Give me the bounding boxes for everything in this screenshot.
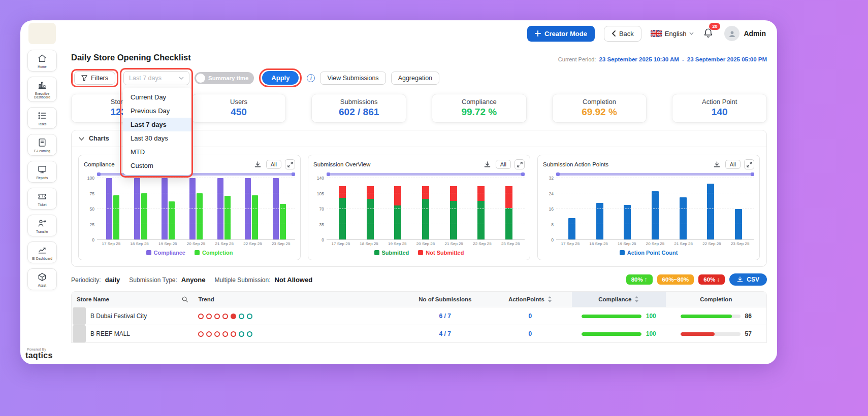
search-icon[interactable]: [182, 296, 188, 302]
info-icon[interactable]: i: [307, 74, 315, 82]
dropdown-option-current-day[interactable]: Current Day: [123, 90, 192, 104]
sidebar-item-reports[interactable]: Reports: [27, 161, 57, 183]
bar-segment-submitted: [394, 205, 401, 239]
trend-dot[interactable]: [239, 314, 244, 319]
store-thumbnail: [73, 307, 86, 325]
bar-segment-not-submitted: [367, 186, 374, 199]
creator-mode-button[interactable]: Creator Mode: [527, 26, 595, 42]
table-row[interactable]: B Dubai Festival City6 / 7010086: [72, 307, 766, 325]
trend-dot[interactable]: [214, 314, 220, 319]
csv-download-button[interactable]: CSV: [729, 273, 767, 286]
column-header-completion: Completion: [666, 292, 766, 307]
legend-swatch: [195, 250, 200, 255]
legend-item-action-point-count[interactable]: Action Point Count: [620, 250, 678, 256]
trend-dot[interactable]: [222, 314, 228, 319]
filters-button[interactable]: Filters: [74, 72, 115, 85]
chart-all-button[interactable]: All: [266, 160, 281, 169]
sidebar-item-e-learning[interactable]: E-Learning: [27, 134, 57, 156]
submissions-cell[interactable]: 6 / 7: [402, 313, 489, 320]
trend-dot[interactable]: [231, 314, 236, 319]
date-range-dropdown: Last 7 days Current DayPrevious DayLast …: [123, 71, 189, 85]
sidebar-item-home[interactable]: Home: [27, 50, 57, 72]
threshold-badge: 60%~80%: [657, 274, 694, 285]
trend-dot[interactable]: [198, 331, 204, 337]
compliance-value: 100: [646, 330, 656, 337]
sort-icon[interactable]: [548, 296, 552, 302]
download-icon: [737, 276, 743, 283]
chart-zoom-slider[interactable]: [327, 173, 525, 176]
gridline: [97, 193, 295, 193]
sidebar-item-asset[interactable]: Asset: [27, 268, 57, 290]
action-points-cell[interactable]: 0: [489, 313, 572, 320]
plus-icon: [535, 30, 541, 37]
home-icon: [37, 53, 47, 63]
chart-zoom-slider[interactable]: [556, 173, 754, 176]
sidebar-item-ticket[interactable]: Ticket: [27, 188, 57, 210]
action-points-cell[interactable]: 0: [489, 330, 572, 337]
compliance-cell: 100: [572, 330, 666, 337]
apply-button[interactable]: Apply: [262, 71, 299, 85]
powered-by: Powered By taqtics: [25, 348, 53, 360]
stat-label: Compliance: [436, 98, 522, 106]
submissions-cell[interactable]: 4 / 7: [402, 330, 489, 337]
main-card: Creator Mode Back Engl: [20, 20, 777, 364]
dropdown-option-last-7-days[interactable]: Last 7 days: [123, 118, 192, 131]
chart-download-icon[interactable]: [253, 159, 263, 169]
table-row[interactable]: B REEF MALL4 / 7010057: [72, 325, 766, 342]
completion-bar: [681, 315, 741, 318]
gridline: [556, 224, 754, 224]
chart-download-icon[interactable]: [713, 159, 722, 169]
trend-dot[interactable]: [222, 331, 228, 337]
trend-dot[interactable]: [239, 331, 244, 337]
sort-icon[interactable]: [634, 296, 639, 302]
bi-dashboard-icon: [37, 245, 47, 255]
chart-plot-area: [97, 178, 295, 240]
trend-dot[interactable]: [206, 314, 212, 319]
trend-dot[interactable]: [206, 331, 212, 337]
chart-expand-icon[interactable]: [744, 159, 754, 169]
stat-label: Users: [196, 98, 282, 106]
notifications-bell[interactable]: 20: [703, 27, 715, 40]
sidebar-item-bi-dashboard[interactable]: BI Dashboard: [27, 241, 57, 263]
legend-item-compliance[interactable]: Compliance: [146, 250, 185, 256]
sidebar-item-transfer[interactable]: Transfer: [27, 215, 57, 236]
trend-dot[interactable]: [247, 331, 252, 337]
aggregation-button[interactable]: Aggregation: [391, 72, 439, 85]
legend-item-completion[interactable]: Completion: [195, 250, 233, 256]
date-range-field[interactable]: Last 7 days: [123, 71, 189, 85]
trend-dot[interactable]: [231, 331, 236, 337]
view-submissions-button[interactable]: View Submissions: [320, 72, 385, 85]
summary-time-toggle[interactable]: Summary time: [195, 72, 254, 84]
dropdown-option-previous-day[interactable]: Previous Day: [123, 104, 192, 118]
user-menu[interactable]: Admin: [724, 26, 766, 41]
chart-all-button[interactable]: All: [496, 160, 511, 169]
trend-dot[interactable]: [214, 331, 220, 337]
language-selector[interactable]: English: [651, 30, 694, 38]
sidebar-item-tasks[interactable]: Tasks: [27, 107, 57, 129]
dropdown-option-mtd[interactable]: MTD: [123, 145, 192, 159]
stat-card-submissions: Submissions602 / 861: [311, 94, 406, 123]
column-header-actionpoints[interactable]: ActionPoints: [489, 292, 572, 307]
bar-group: [154, 178, 182, 239]
dropdown-option-last-30-days[interactable]: Last 30 days: [123, 131, 192, 145]
chart-download-icon[interactable]: [483, 159, 492, 169]
back-button[interactable]: Back: [604, 26, 641, 42]
trend-dot[interactable]: [198, 314, 204, 319]
sidebar-item-executive-dashboard[interactable]: Executive Dashboard: [27, 77, 57, 102]
chart-all-button[interactable]: All: [725, 160, 741, 169]
completion-cell: 57: [666, 330, 766, 337]
gridline: [556, 209, 754, 209]
y-tick-label: 25: [90, 222, 94, 227]
chart-expand-icon[interactable]: [515, 159, 525, 169]
period-start: 23 September 2025 10:30 AM: [599, 56, 679, 62]
trend-dot[interactable]: [247, 314, 252, 319]
column-header-compliance[interactable]: Compliance: [572, 292, 666, 307]
multiple-submission-value: Not Allowed: [275, 276, 313, 284]
dropdown-option-custom[interactable]: Custom: [123, 159, 192, 172]
annotation-highlight-filters: Filters: [71, 69, 118, 87]
chart-expand-icon[interactable]: [285, 159, 295, 169]
legend-item-submitted[interactable]: Submitted: [374, 250, 409, 256]
completion-bar-fill: [681, 332, 715, 336]
bar-action-point-count: [680, 197, 687, 239]
legend-item-not-submitted[interactable]: Not Submitted: [418, 250, 464, 256]
